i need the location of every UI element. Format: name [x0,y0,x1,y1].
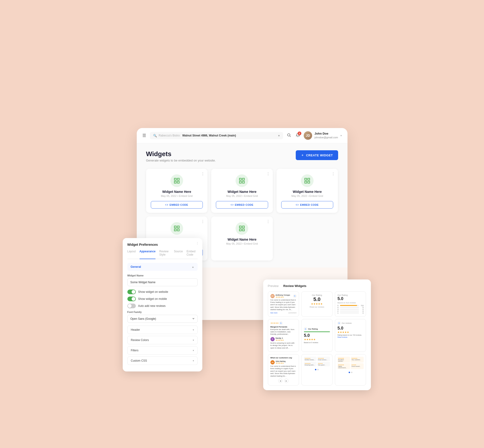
filters-label: Filters [131,349,139,352]
nav-arrows: ◀ ▶ [270,379,297,383]
review-text-2: Scott is amazing to work with to design … [270,342,297,349]
svg-rect-3 [177,178,179,180]
widget-name-label: Widget Name [127,274,198,277]
embed-code-button[interactable]: EMBED CODE [216,201,268,208]
dot-1 [315,369,316,370]
filters-collapsible[interactable]: Filters ▾ [127,346,198,355]
widget-card-menu-icon[interactable]: ⋮ [201,219,205,224]
embed-code-button[interactable]: EMBED CODE [281,201,333,208]
rating-sub: Read our reviews [304,306,330,308]
reviewer-name-1: Margaret Fernando [270,326,297,328]
preview-tab[interactable]: Preview [268,284,279,288]
tab-review-style[interactable]: Review Style [159,250,170,259]
prev-arrow[interactable]: ◀ [278,379,282,383]
svg-rect-4 [174,181,176,183]
rating-number: 5.0 [304,333,330,338]
nav-icons: 2 [287,133,300,138]
create-widget-label: CREATE WIDGET [306,153,333,157]
review-colors-label: Review Colors [131,338,149,342]
section-title: What our customers say [270,357,297,359]
widget-preferences-panel: ⋮ Widget Preferences Layout Appearance R… [123,238,202,371]
tab-layout[interactable]: Layout [127,250,136,259]
search-chevron-icon: ▾ [278,134,280,137]
search-location: Walnut Street 4986, Walnut Creek (main) [182,134,236,137]
star-bars: 5713 40 30 20 10 [338,305,363,314]
svg-rect-5 [177,181,179,183]
custom-css-collapsible[interactable]: Custom CSS ▾ [127,356,198,365]
review-stars: ★★★★★ [276,296,290,298]
embed-code-button[interactable]: EMBED CODE [151,201,203,208]
user-email: johndoe@gmail.com [315,136,338,139]
rating-number: 5.0 [338,296,363,301]
user-name: John Doe [315,132,338,136]
custom-css-label: Custom CSS [131,359,147,362]
svg-rect-16 [174,229,176,231]
widget-card-menu-icon[interactable]: ⋮ [266,219,270,224]
rating-label: Our Rating [338,294,363,296]
font-family-label: Font Family [127,311,198,313]
rating-label: Our Rating [308,328,318,330]
review-colors-collapsible[interactable]: Review Colors ▾ [127,336,198,344]
panel-menu-icon[interactable]: ⋮ [196,241,199,245]
dot-1 [349,372,350,373]
reviewer-name: John Harling [276,360,286,362]
tab-embed-code[interactable]: Embed Code [187,250,198,259]
rw-card-multi-review: ★★★★★ G Margaret Fernando Everyone we de… [268,319,299,352]
rw-card-rating-green: G Our Rating 5.0 ★★★★★ Based on 5 review… [301,319,332,352]
chevron-down-icon: ▾ [193,328,194,331]
review-widgets-tab[interactable]: Review Widgets [283,284,307,288]
widget-card-menu-icon[interactable]: ⋮ [331,172,335,176]
review-text: I've come to understand that in forex tr… [270,365,297,377]
page-subtitle: Generate widgets to be embedded on your … [146,159,216,162]
preferences-tabs: Layout Appearance Review Style Source Em… [127,250,198,259]
notification-button[interactable]: 2 [296,133,300,138]
svg-rect-6 [240,178,242,180]
widget-card-menu-icon[interactable]: ⋮ [201,172,205,176]
user-info[interactable]: JD John Doe johndoe@gmail.com ▾ [304,131,342,140]
see-more-link[interactable]: See more [270,312,277,314]
general-section-header[interactable]: General ▲ [127,263,198,271]
svg-rect-20 [240,229,242,231]
review-row-1: ★★★★★ Excellent service... ★★★★★ Very sa… [338,357,363,363]
page-title-group: Widgets Generate widgets to be embedded … [146,150,216,162]
show-on-mobile-toggle[interactable] [127,296,136,301]
google-icon: G [338,322,341,325]
search-button[interactable] [287,133,291,138]
header-collapsible[interactable]: Header ▾ [127,326,198,334]
preferences-title: Widget Preferences [127,243,198,247]
reviewer-avatar: AC [270,294,275,298]
rw-card-google-reviews: G Our reviews 5.0 ★★★★★ Rating based on … [335,319,366,352]
svg-rect-17 [177,229,179,231]
widget-card-meta: May 05, 2022 • Embed Grid [151,194,203,197]
reviews-header: G Our reviews [338,322,363,325]
menu-icon[interactable]: ☰ [142,133,146,138]
widget-icon-wrap [235,174,248,187]
toggle-row-3: Auto add new reviews [127,304,198,308]
widget-name-input[interactable] [127,278,198,286]
search-bar[interactable]: 🔍 Rabecca's Bistro: Walnut Street 4986, … [150,132,283,139]
widget-card: ⋮ Widget Name Here May 05, 2022 • Embed … [146,169,208,213]
svg-rect-14 [174,226,176,228]
chevron-down-icon: ▾ [193,339,194,342]
rw-card-mini-review: AC Anthony Crespo ★★★★★ G I've come to u… [268,291,299,317]
svg-rect-12 [305,181,307,183]
tab-source[interactable]: Source [174,250,183,259]
svg-rect-2 [174,178,176,180]
mini-review-3: ★★★★★ Highly recommend... [338,363,350,369]
show-on-website-toggle[interactable] [127,289,136,294]
chevron-up-icon: ▲ [192,265,194,268]
tab-appearance[interactable]: Appearance [140,250,156,259]
mini-review-1: ★★★★★ Verified review... [304,357,317,361]
page-title: Widgets [146,150,216,158]
font-family-select[interactable]: Open Sans (Google) Roboto (Google) Lato … [127,315,198,323]
mini-review-4: ★★★★ Good overall... [351,363,363,369]
widget-card-menu-icon[interactable]: ⋮ [266,172,270,176]
reviews-label: Our reviews [342,322,352,324]
create-widget-button[interactable]: ＋ CREATE WIDGET [296,150,338,160]
read-reviews-link[interactable]: Read reviews [338,336,363,338]
font-family-row: Font Family Open Sans (Google) Roboto (G… [127,311,198,323]
next-arrow[interactable]: ▶ [284,379,289,383]
auto-add-reviews-toggle[interactable] [127,304,136,308]
widget-icon-wrap [170,222,183,235]
rw-card-rating-read: Our Rating 5.0 ★★★★★ Read our reviews [301,291,332,317]
